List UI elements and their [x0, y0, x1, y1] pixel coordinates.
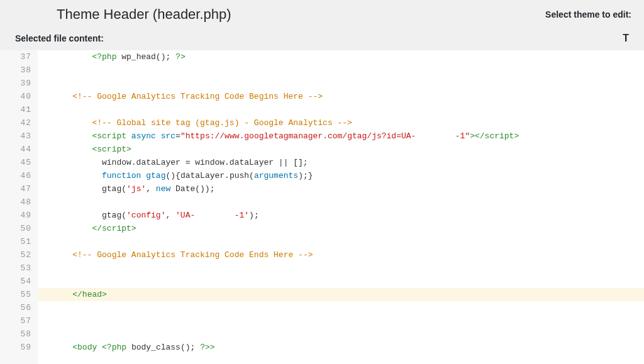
code-content[interactable]: <?php wp_head(); ?> <!-- Google Analytic… — [38, 50, 644, 364]
line-number: 41 — [10, 103, 31, 116]
code-line[interactable] — [38, 262, 644, 275]
code-line[interactable] — [38, 275, 644, 288]
subheader: Selected file content: T — [0, 26, 644, 50]
code-line[interactable]: <!-- Google Analytics Tracking Code Begi… — [38, 90, 644, 103]
line-number: 37 — [10, 50, 31, 63]
line-number: 58 — [10, 328, 31, 341]
line-number: 53 — [10, 262, 31, 275]
line-number: 45 — [10, 156, 31, 169]
code-line[interactable]: <script async src="https://www.googletag… — [38, 130, 644, 143]
line-number: 49 — [10, 209, 31, 222]
line-number: 44 — [10, 143, 31, 156]
code-line[interactable]: gtag('config', 'UA- -1'); — [38, 209, 644, 222]
code-line[interactable] — [38, 301, 644, 314]
line-number: 43 — [10, 130, 31, 143]
code-line[interactable]: </head> — [38, 288, 644, 301]
code-line[interactable]: <!-- Global site tag (gtag.js) - Google … — [38, 116, 644, 130]
code-line[interactable] — [38, 196, 644, 209]
sidebar-cutoff: T — [623, 33, 629, 44]
line-number: 50 — [10, 222, 31, 235]
code-line[interactable] — [38, 328, 644, 341]
line-number: 47 — [10, 182, 31, 196]
line-number: 56 — [10, 301, 31, 314]
code-line[interactable]: window.dataLayer = window.dataLayer || [… — [38, 156, 644, 169]
select-theme-label: Select theme to edit: — [545, 9, 631, 19]
code-line[interactable] — [38, 63, 644, 77]
code-line[interactable]: <script> — [38, 143, 644, 156]
code-editor[interactable]: 3738394041424344454647484950515253545556… — [0, 50, 644, 364]
code-line[interactable]: <body <?php body_class(); ?>> — [38, 341, 644, 354]
code-line[interactable]: function gtag(){dataLayer.push(arguments… — [38, 169, 644, 182]
line-number: 48 — [10, 196, 31, 209]
line-number: 54 — [10, 275, 31, 288]
line-number: 59 — [10, 341, 31, 354]
line-number: 42 — [10, 116, 31, 130]
code-line[interactable] — [38, 77, 644, 90]
code-line[interactable]: </script> — [38, 222, 644, 235]
line-number-gutter: 3738394041424344454647484950515253545556… — [0, 50, 38, 364]
line-number: 39 — [10, 77, 31, 90]
code-line[interactable] — [38, 235, 644, 248]
code-line[interactable]: <!-- Google Analytics Tracking Code Ends… — [38, 248, 644, 262]
code-line[interactable] — [38, 103, 644, 116]
line-number: 46 — [10, 169, 31, 182]
line-number: 38 — [10, 63, 31, 77]
line-number: 52 — [10, 248, 31, 262]
line-number: 55 — [10, 288, 31, 301]
selected-file-label: Selected file content: — [15, 33, 104, 43]
line-number: 40 — [10, 90, 31, 103]
editor-header: Theme Header (header.php) Select theme t… — [0, 0, 644, 26]
line-number: 51 — [10, 235, 31, 248]
code-line[interactable] — [38, 314, 644, 328]
page-title: Theme Header (header.php) — [57, 6, 231, 23]
code-line[interactable]: <?php wp_head(); ?> — [38, 50, 644, 63]
line-number: 57 — [10, 314, 31, 328]
code-line[interactable]: gtag('js', new Date()); — [38, 182, 644, 196]
